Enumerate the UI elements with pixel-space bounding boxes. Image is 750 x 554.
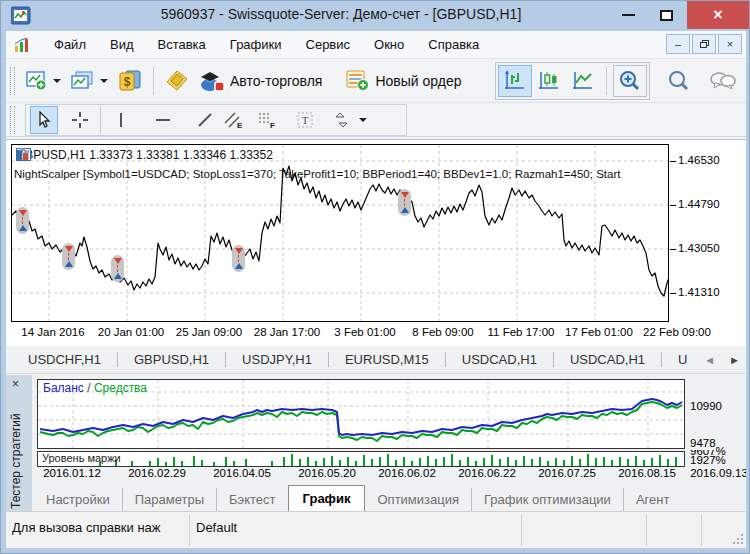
zoom-out-button[interactable] (662, 65, 696, 97)
line-chart-button[interactable] (566, 65, 600, 97)
horizontal-line-tool-button[interactable] (149, 106, 177, 134)
tester-tab-agent[interactable]: Агент (623, 488, 682, 511)
tester-close-icon[interactable]: × (12, 377, 19, 391)
new-chart-button[interactable] (21, 65, 66, 97)
trade-connector (22, 217, 23, 224)
y-axis-tick (670, 249, 676, 250)
market-watch-button[interactable]: $ (113, 65, 147, 97)
crosshair-tool-button[interactable] (66, 106, 94, 134)
profiles-button[interactable] (66, 65, 113, 97)
y-axis-tick (670, 161, 676, 162)
autotrading-button[interactable]: Авто-торговля (194, 65, 327, 97)
sell-arrow-icon (235, 248, 243, 254)
tab-scroll-right-icon[interactable]: ► (729, 354, 740, 366)
chart-tab-gbpusd[interactable]: GBPUSD,H1 (117, 352, 225, 367)
chat-button[interactable] (704, 65, 742, 97)
y-axis-label: 1.43050 (678, 242, 720, 254)
window-client-area: Файл Вид Вставка Графики Сервис Окно Спр… (6, 31, 746, 548)
toolbar-line-studies: E F T (6, 103, 746, 137)
market-watch-icon: $ (118, 70, 142, 92)
candlestick-chart-button[interactable] (532, 65, 566, 97)
app-icon (11, 5, 32, 26)
chart-tab-eurusd[interactable]: EURUSD,M15 (328, 352, 445, 367)
trade-connector (117, 265, 118, 272)
trade-connector (68, 253, 69, 260)
new-chart-dropdown-icon[interactable] (53, 79, 61, 83)
minimize-button[interactable] (611, 1, 645, 29)
arrows-tool-button[interactable] (329, 106, 357, 134)
menu-window[interactable]: Окно (362, 37, 416, 52)
crosshair-icon (71, 111, 89, 129)
x-axis-label: 14 Jan 2016 (21, 326, 84, 338)
tester-tab-parameters[interactable]: Параметры (122, 488, 216, 511)
menu-app-icon[interactable] (14, 37, 32, 53)
candlestick-chart-icon (537, 70, 561, 92)
tester-panel-title: Тестер стратегий (9, 397, 23, 509)
fibonacci-tool-button[interactable]: F (253, 106, 281, 134)
arrows-dropdown-icon[interactable] (359, 118, 367, 122)
margin-level-chart[interactable]: Уровень маржи (37, 451, 685, 467)
line-studies-group: E F T (25, 104, 407, 136)
balance-chart[interactable]: Баланс / Средства (37, 379, 685, 449)
window-title: 5960937 - Swissquote-Server: Демо-счет -… (61, 6, 621, 22)
profiles-dropdown-icon[interactable] (100, 79, 108, 83)
menu-file[interactable]: Файл (42, 37, 98, 52)
toolbar-drag-handle[interactable] (10, 67, 15, 95)
status-help-text: Для вызова справки наж (12, 520, 188, 535)
strategy-tester-panel: × Тестер стратегий Баланс / Средства Уро… (6, 375, 746, 511)
toolbar-drag-handle[interactable] (10, 106, 15, 134)
data-window-icon (165, 70, 189, 92)
tab-scroll-left-icon[interactable]: ◄ (704, 354, 715, 366)
tester-tab-settings[interactable]: Настройки (34, 488, 122, 511)
tester-y-axis-label: 9478 (690, 438, 716, 450)
sell-arrow-icon (65, 246, 73, 252)
menu-view[interactable]: Вид (98, 37, 146, 52)
price-chart[interactable]: GBPUSD,H1 1.33373 1.33381 1.33346 1.3335… (11, 144, 669, 322)
trade-marker (232, 245, 245, 272)
chart-tab-clipped[interactable]: U (661, 352, 703, 367)
mdi-minimize-button[interactable]: – (666, 34, 690, 54)
equidistant-channel-tool-button[interactable]: E (219, 106, 247, 134)
menu-charts[interactable]: Графики (218, 37, 294, 52)
text-icon: T (296, 111, 314, 129)
new-order-button[interactable]: Новый ордер (341, 65, 466, 97)
maximize-button[interactable] (649, 1, 683, 29)
tester-tab-graph[interactable]: График (288, 485, 366, 511)
tester-tabs-bar: Настройки Параметры Бэктест График Оптим… (34, 485, 746, 511)
data-window-button[interactable] (160, 65, 194, 97)
buy-arrow-icon (401, 207, 409, 213)
chart-tab-usdcad-1[interactable]: USDCAD,H1 (445, 352, 553, 367)
toolbar-separator (606, 67, 607, 95)
mdi-close-button[interactable]: × (718, 34, 742, 54)
resize-grip[interactable] (741, 542, 743, 544)
mdi-minimize-icon: – (675, 38, 681, 50)
tester-tab-optimization-graph[interactable]: График оптимизации (471, 488, 623, 511)
tester-x-axis-label: 2016.07.25 (538, 467, 596, 479)
tester-x-axis-label: 2016.01.12 (43, 467, 101, 479)
chart-tab-usdchf[interactable]: USDCHF,H1 (12, 352, 117, 367)
vertical-line-tool-button[interactable] (107, 106, 135, 134)
text-tool-button[interactable]: T (291, 106, 319, 134)
menu-bar: Файл Вид Вставка Графики Сервис Окно Спр… (6, 31, 746, 59)
y-axis-tick (670, 293, 676, 294)
toolbar-separator (100, 106, 101, 134)
chart-tab-usdjpy[interactable]: USDJPY,H1 (225, 352, 328, 367)
mdi-restore-button[interactable] (692, 34, 716, 54)
tester-y-axis-label: 1927% (690, 455, 726, 467)
equidistant-channel-icon: E (223, 111, 243, 129)
tester-x-axis-label: 2016.09.13 (690, 467, 746, 479)
menu-insert[interactable]: Вставка (146, 37, 218, 52)
tester-tab-optimization[interactable]: Оптимизация (365, 488, 471, 511)
chart-tab-usdcad-2[interactable]: USDCAD,H1 (553, 352, 661, 367)
menu-tools[interactable]: Сервис (294, 37, 363, 52)
tester-x-axis-label: 2016.08.15 (618, 467, 676, 479)
tester-tab-backtest[interactable]: Бэктест (216, 488, 288, 511)
cursor-tool-button[interactable] (30, 106, 58, 134)
menu-help[interactable]: Справка (416, 37, 491, 52)
zoom-in-button[interactable] (613, 65, 647, 97)
mdi-window-controls: – × (666, 34, 742, 54)
bar-chart-button[interactable] (498, 65, 532, 97)
tester-x-axis-label: 2016.04.05 (213, 467, 271, 479)
trendline-tool-button[interactable] (191, 106, 219, 134)
close-button[interactable]: × (687, 1, 749, 29)
